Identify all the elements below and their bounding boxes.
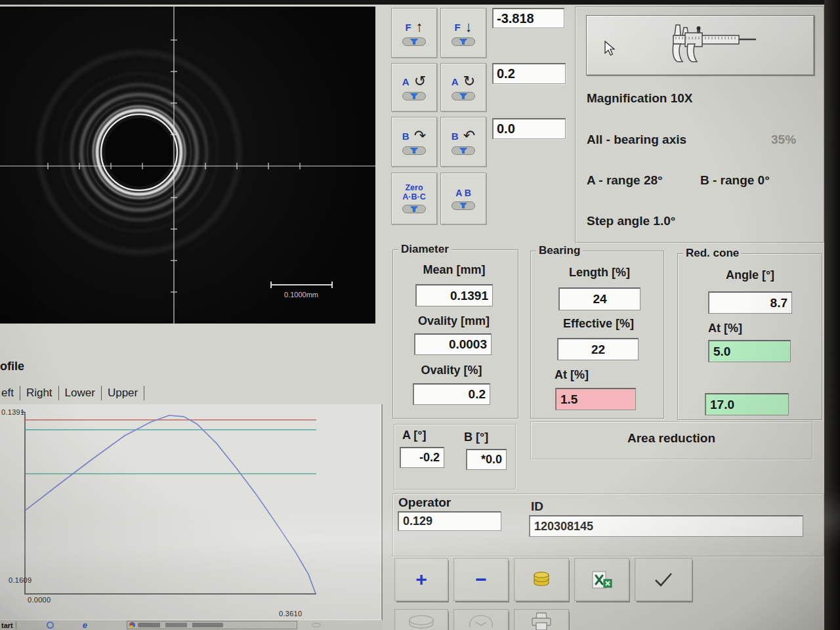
monitor-bezel-top	[0, 0, 840, 5]
operator-label: Operator	[398, 495, 451, 510]
die-profile-view-button[interactable]	[453, 609, 509, 630]
a-b-button[interactable]: A B	[440, 173, 486, 224]
excel-icon	[592, 571, 612, 589]
b-rotate-ccw-button[interactable]: B↶	[440, 117, 486, 167]
feed-down-button[interactable]: F↓	[440, 8, 486, 58]
ovality-mm-field: 0.0003	[414, 333, 492, 355]
ovality-mm-label: Ovality [mm]	[410, 314, 498, 328]
confirm-button[interactable]	[635, 558, 692, 601]
tab-upper[interactable]: Upper	[102, 387, 144, 400]
internet-explorer-icon[interactable]: e	[83, 620, 87, 630]
arrow-up-icon: ↑	[416, 20, 423, 34]
a-rotate-ccw-button[interactable]: A↺	[391, 63, 437, 112]
bearing-at-label: At [%]	[555, 368, 589, 382]
feed-up-button[interactable]: F↑	[391, 8, 437, 58]
b-angle-label: B [°]	[464, 430, 488, 444]
button-label: Zero	[405, 184, 423, 193]
step-angle-label: Step angle 1.0°	[587, 214, 675, 228]
minus-icon: −	[475, 570, 487, 589]
area-reduction-label: Area reduction	[531, 431, 812, 446]
red-cone-group-title: Red. cone	[683, 247, 742, 260]
bearing-at-field: 1.5	[555, 388, 636, 410]
button-sublabel: A·B·C	[402, 193, 425, 202]
a-range-label: A - range 28°	[587, 173, 663, 188]
printer-icon	[529, 612, 554, 630]
ovality-pct-label: Ovality [%]	[411, 364, 492, 377]
die-icon	[402, 37, 426, 46]
tab-left[interactable]: eft	[0, 387, 20, 400]
x-axis-right-label: 0.3610	[279, 610, 302, 618]
id-input[interactable]: 120308145	[529, 515, 803, 537]
die-top-view-button[interactable]	[394, 609, 448, 630]
area-reduction-box: Area reduction	[530, 421, 812, 459]
bearing-group-title: Bearing	[536, 244, 583, 257]
b-angle-field: *0.0	[466, 449, 507, 470]
arrow-down-icon: ↓	[465, 20, 472, 34]
bearing-effective-label: Effective [%]	[556, 317, 641, 331]
database-icon	[532, 571, 551, 588]
button-label: A	[402, 76, 410, 87]
monitor-bezel-right	[824, 0, 840, 630]
f-position-display: -3.818	[492, 8, 564, 28]
caliper-measure-button[interactable]	[586, 15, 814, 75]
profile-section-title: ofile	[0, 360, 24, 373]
die-icon	[402, 205, 426, 213]
rotate-arc-left-icon: ↶	[463, 129, 475, 143]
die-top-icon	[406, 612, 436, 630]
bearing-axis-label: All - bearing axis	[587, 133, 686, 147]
die-icon	[452, 201, 475, 210]
button-label: B	[452, 131, 459, 142]
a-rotate-cw-button[interactable]: A↻	[440, 63, 486, 112]
button-label: F	[454, 22, 460, 33]
caliper-icon	[644, 20, 782, 72]
a-angle-label: A [°]	[402, 429, 427, 442]
camera-view-panel: 0.1000mm	[0, 7, 375, 324]
scale-bar-label: 0.1000mm	[284, 291, 318, 299]
window-divider	[381, 404, 383, 621]
tab-separator	[144, 386, 144, 400]
operator-input[interactable]: 0.129	[398, 511, 501, 531]
b-rotate-cw-button[interactable]: B↷	[391, 117, 437, 167]
area-reduction-field: 17.0	[705, 393, 789, 415]
taskbar: tart e	[0, 620, 382, 630]
b-range-label: B - range 0°	[700, 173, 770, 188]
die-icon	[452, 92, 475, 100]
database-button[interactable]	[514, 558, 569, 601]
tab-right[interactable]: Right	[20, 387, 58, 400]
app-icon	[129, 622, 135, 628]
add-button[interactable]: +	[394, 558, 448, 601]
x-axis-left-label: 0.0000	[28, 596, 51, 604]
taskbar-window-button[interactable]	[127, 621, 297, 629]
mouse-cursor-icon	[604, 41, 617, 56]
rotate-cw-icon: ↻	[463, 74, 475, 89]
cone-angle-field: 8.7	[708, 291, 792, 314]
die-icon	[402, 146, 426, 155]
window-title-blur	[138, 623, 223, 627]
cone-at-field: 5.0	[708, 340, 791, 362]
tab-lower[interactable]: Lower	[59, 387, 101, 400]
die-rings	[39, 52, 239, 252]
button-label: F	[405, 22, 411, 33]
print-button[interactable]	[514, 609, 569, 630]
excel-export-button[interactable]	[574, 558, 629, 601]
tray-icon	[312, 623, 321, 627]
y-axis-bottom-label: 0.1609	[9, 576, 32, 584]
red-cone-group: Red. cone Angle [°] 8.7 At [%] 5.0 17.0	[677, 253, 822, 420]
b-position-display: 0.0	[492, 118, 566, 139]
taskbar-separator	[16, 621, 16, 629]
chart-axes	[21, 412, 316, 594]
die-hole-image: 0.1000mm	[0, 7, 375, 324]
profile-curve	[25, 415, 316, 594]
button-label: A B	[455, 188, 471, 198]
cone-angle-label: Angle [°]	[708, 268, 792, 282]
remove-button[interactable]: −	[453, 558, 509, 601]
a-angle-field: -0.2	[400, 447, 444, 468]
quicklaunch-icon[interactable]	[47, 621, 54, 629]
button-label: B	[402, 131, 410, 142]
crosshair	[0, 7, 375, 324]
mean-mm-field: 0.1391	[415, 284, 493, 306]
zero-abc-button[interactable]: ZeroA·B·C	[391, 173, 437, 224]
ovality-pct-field: 0.2	[413, 383, 490, 405]
start-button[interactable]: tart	[0, 621, 16, 629]
diameter-group-title: Diameter	[398, 243, 452, 256]
